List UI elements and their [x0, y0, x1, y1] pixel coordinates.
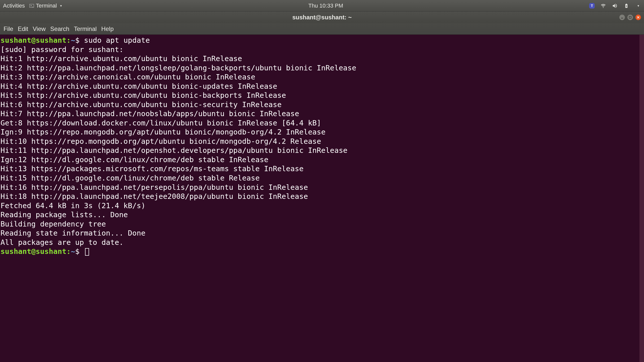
- window-title-bar[interactable]: sushant@sushant: ~: [0, 12, 644, 23]
- terminal-line: Reading package lists... Done: [1, 210, 643, 219]
- terminal-line: Hit:2 http://ppa.launchpad.net/longsleep…: [1, 63, 643, 73]
- terminal-line: Reading state information... Done: [1, 229, 643, 238]
- top-panel-left: Activities >_ Terminal ▼: [3, 3, 62, 9]
- terminal-line: Hit:18 http://ppa.launchpad.net/teejee20…: [1, 192, 643, 201]
- prompt-sep: :: [66, 247, 71, 256]
- prompt-path: ~: [71, 36, 75, 44]
- command-text: sudo apt update: [84, 36, 150, 44]
- menu-help[interactable]: Help: [101, 25, 113, 32]
- terminal-app-icon: >_: [29, 4, 34, 8]
- prompt-dollar: $: [75, 36, 84, 44]
- svg-rect-0: [621, 18, 623, 18]
- svg-rect-1: [629, 16, 631, 18]
- activities-label: Activities: [3, 3, 25, 9]
- terminal-app-menu[interactable]: >_ Terminal ▼: [29, 3, 62, 9]
- window-title: sushant@sushant: ~: [292, 14, 352, 21]
- terminal-line: Hit:11 http://ppa.launchpad.net/openshot…: [1, 146, 643, 155]
- terminal-line: Building dependency tree: [1, 219, 643, 229]
- terminal-line: Hit:15 http://dl.google.com/linux/chrome…: [1, 173, 643, 183]
- teams-tray-icon[interactable]: T: [589, 3, 595, 9]
- prompt-user-host: sushant@sushant: [1, 247, 66, 256]
- prompt-sep: :: [66, 36, 71, 44]
- terminal-line: Hit:16 http://ppa.launchpad.net/persepol…: [1, 183, 643, 192]
- terminal-line: All packages are up to date.: [1, 238, 643, 247]
- terminal-line: sushant@sushant:~$ sudo apt update: [1, 36, 643, 45]
- maximize-button[interactable]: [627, 15, 633, 20]
- terminal-line: Hit:1 http://archive.ubuntu.com/ubuntu b…: [1, 54, 643, 63]
- terminal-line: Ign:12 http://dl.google.com/linux/chrome…: [1, 155, 643, 164]
- chevron-down-icon: ▼: [60, 4, 62, 7]
- scrollbar[interactable]: [639, 35, 644, 362]
- system-menu-icon[interactable]: ▼: [635, 3, 641, 9]
- terminal-line: Hit:13 https://packages.microsoft.com/re…: [1, 164, 643, 173]
- window-controls: [619, 15, 641, 20]
- activities-button[interactable]: Activities: [3, 3, 25, 9]
- gnome-top-panel: Activities >_ Terminal ▼ Thu 10:33 PM T …: [0, 0, 644, 12]
- volume-icon[interactable]: [612, 3, 618, 9]
- terminal-app-label: Terminal: [36, 3, 57, 9]
- terminal-line: Get:8 https://download.docker.com/linux/…: [1, 118, 643, 128]
- terminal-line: [sudo] password for sushant:: [1, 45, 643, 54]
- terminal-line: Hit:6 http://archive.ubuntu.com/ubuntu b…: [1, 100, 643, 109]
- terminal-line: Hit:10 https://repo.mongodb.org/apt/ubun…: [1, 137, 643, 146]
- prompt-user-host: sushant@sushant: [1, 36, 66, 44]
- wifi-icon[interactable]: [600, 3, 606, 9]
- menu-terminal[interactable]: Terminal: [74, 25, 97, 32]
- terminal-line: Hit:4 http://archive.ubuntu.com/ubuntu b…: [1, 82, 643, 91]
- terminal-menu-bar: File Edit View Search Terminal Help: [0, 23, 644, 35]
- menu-file[interactable]: File: [4, 25, 13, 32]
- chevron-down-icon: ▼: [637, 4, 640, 7]
- terminal-content[interactable]: sushant@sushant:~$ sudo apt update [sudo…: [0, 35, 644, 362]
- menu-edit[interactable]: Edit: [18, 25, 28, 32]
- minimize-button[interactable]: [619, 15, 625, 20]
- terminal-line: Fetched 64.4 kB in 3s (21.4 kB/s): [1, 201, 643, 210]
- close-button[interactable]: [635, 15, 641, 20]
- terminal-line: Hit:3 http://archive.canonical.com/ubunt…: [1, 72, 643, 82]
- prompt-dollar: $: [75, 247, 84, 256]
- menu-view[interactable]: View: [33, 25, 46, 32]
- terminal-line: sushant@sushant:~$: [1, 247, 643, 256]
- system-tray: T ▼: [589, 3, 641, 9]
- terminal-line: Hit:5 http://archive.ubuntu.com/ubuntu b…: [1, 91, 643, 100]
- terminal-line: Ign:9 https://repo.mongodb.org/apt/ubunt…: [1, 127, 643, 137]
- battery-icon[interactable]: [623, 3, 629, 9]
- terminal-line: Hit:7 http://ppa.launchpad.net/noobslab/…: [1, 109, 643, 118]
- clock-label[interactable]: Thu 10:33 PM: [308, 3, 343, 9]
- prompt-path: ~: [71, 247, 75, 256]
- menu-search[interactable]: Search: [50, 25, 69, 32]
- terminal-cursor: [85, 248, 89, 256]
